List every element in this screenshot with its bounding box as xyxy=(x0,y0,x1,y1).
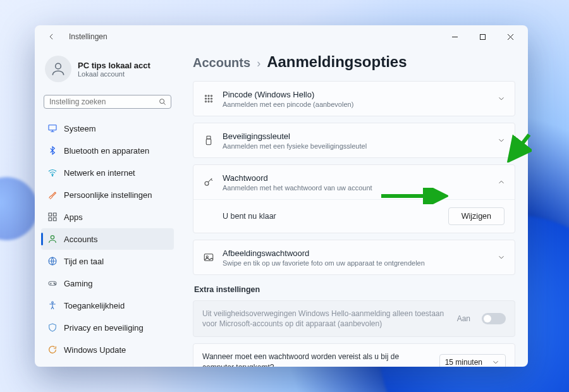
option-pin[interactable]: Pincode (Windows Hello) Aanmelden met ee… xyxy=(193,81,515,116)
picture-icon xyxy=(202,251,215,264)
sidebar-nav: Systeem Bluetooth en apparaten Netwerk e… xyxy=(41,118,174,360)
option-password: Wachtwoord Aanmelden met het wachtwoord … xyxy=(193,164,515,233)
toggle-state-label: Aan xyxy=(457,314,470,323)
brush-icon xyxy=(47,190,58,200)
user-card[interactable]: PC tips lokaal acct Lokaal account xyxy=(41,52,174,91)
sidebar-item-label: Netwerk en internet xyxy=(64,168,135,178)
option-sub: Aanmelden met een fysieke beveiligingssl… xyxy=(223,142,489,150)
user-name: PC tips lokaal acct xyxy=(78,61,150,70)
option-title: Afbeeldingswachtwoord xyxy=(223,248,489,258)
accessibility-icon xyxy=(47,300,58,310)
sidebar-item-label: Bluetooth en apparaten xyxy=(64,146,149,156)
apps-icon xyxy=(47,212,58,222)
search-icon xyxy=(158,97,167,106)
setting-hello-only: Uit veiligheidsoverwegingen Windows Hell… xyxy=(193,300,515,337)
sidebar-item-label: Tijd en taal xyxy=(64,257,104,266)
sidebar-item-time-language[interactable]: Tijd en taal xyxy=(41,250,174,272)
main-content: Accounts › Aanmeldingsopties Pincode (Wi… xyxy=(180,48,528,367)
hello-only-toggle[interactable] xyxy=(482,313,506,324)
require-signin-select[interactable]: 15 minuten xyxy=(439,354,506,367)
settings-window: Instellingen PC tips lokaal acct Lokaal … xyxy=(35,25,528,367)
change-password-button[interactable]: Wijzigen xyxy=(448,207,505,225)
svg-point-22 xyxy=(208,101,209,102)
svg-point-14 xyxy=(52,302,54,303)
svg-point-4 xyxy=(52,175,52,176)
svg-point-26 xyxy=(205,181,209,185)
option-security-key[interactable]: Beveiligingssleutel Aanmelden met een fy… xyxy=(193,123,515,158)
wifi-icon xyxy=(47,168,58,178)
page-title: Aanmeldingsopties xyxy=(267,53,407,71)
svg-point-13 xyxy=(54,284,55,285)
svg-rect-5 xyxy=(49,213,52,216)
svg-point-2 xyxy=(160,99,164,104)
sidebar-item-personalization[interactable]: Persoonlijke instellingen xyxy=(41,184,174,205)
minimize-button[interactable] xyxy=(441,27,468,46)
svg-rect-6 xyxy=(53,213,56,216)
option-sub: Swipe en tik op uw favoriete foto om uw … xyxy=(223,259,489,267)
close-button[interactable] xyxy=(496,27,524,46)
svg-rect-8 xyxy=(53,217,56,221)
user-icon xyxy=(50,61,66,77)
chevron-down-icon xyxy=(497,253,506,262)
chevron-right-icon: › xyxy=(257,57,260,70)
bluetooth-icon xyxy=(47,145,58,156)
sidebar-item-privacy[interactable]: Privacy en beveiliging xyxy=(41,317,174,338)
minimize-icon xyxy=(451,34,458,40)
sidebar-item-network[interactable]: Netwerk en internet xyxy=(41,162,174,183)
svg-point-20 xyxy=(211,98,212,99)
close-icon xyxy=(507,34,514,40)
sidebar-item-label: Privacy en beveiliging xyxy=(64,323,144,333)
option-password-header[interactable]: Wachtwoord Aanmelden met het wachtwoord … xyxy=(193,165,515,199)
option-sub: Aanmelden met een pincode (aanbevolen) xyxy=(223,101,489,108)
sidebar-item-gaming[interactable]: Gaming xyxy=(41,273,174,294)
svg-point-9 xyxy=(51,236,54,239)
option-title: Pincode (Windows Hello) xyxy=(223,90,489,99)
gamepad-icon xyxy=(47,278,58,288)
titlebar: Instellingen xyxy=(35,25,528,48)
back-button[interactable] xyxy=(44,28,60,45)
option-sub: Aanmelden met het wachtwoord van uw acco… xyxy=(223,184,489,192)
sidebar-item-label: Windows Update xyxy=(64,345,126,355)
update-icon xyxy=(47,345,58,355)
breadcrumb-parent[interactable]: Accounts xyxy=(193,56,250,70)
sidebar-item-label: Toegankelijkheid xyxy=(64,301,125,310)
sidebar-item-label: Gaming xyxy=(64,279,93,288)
svg-rect-24 xyxy=(207,136,211,139)
sidebar-item-accessibility[interactable]: Toegankelijkheid xyxy=(41,295,174,316)
search-input-wrap[interactable] xyxy=(44,95,171,109)
user-sub: Lokaal account xyxy=(78,70,150,78)
chevron-down-icon xyxy=(497,136,506,145)
sidebar-item-label: Apps xyxy=(64,212,83,222)
window-title: Instellingen xyxy=(69,32,107,41)
extra-settings-heading: Extra instellingen xyxy=(194,285,515,294)
svg-point-19 xyxy=(208,98,209,99)
sidebar-item-label: Accounts xyxy=(64,235,97,244)
maximize-icon xyxy=(479,34,486,40)
maximize-button[interactable] xyxy=(468,27,496,46)
person-icon xyxy=(47,234,58,244)
sidebar-item-bluetooth[interactable]: Bluetooth en apparaten xyxy=(41,140,174,161)
sidebar-item-accounts[interactable]: Accounts xyxy=(41,228,174,250)
breadcrumb: Accounts › Aanmeldingsopties xyxy=(193,53,515,71)
svg-rect-7 xyxy=(49,217,52,221)
svg-point-1 xyxy=(56,63,61,69)
sidebar-item-windows-update[interactable]: Windows Update xyxy=(41,339,174,360)
sidebar-item-system[interactable]: Systeem xyxy=(41,118,174,139)
globe-icon xyxy=(47,256,58,266)
svg-point-15 xyxy=(205,95,206,96)
svg-point-23 xyxy=(211,101,212,102)
svg-point-18 xyxy=(205,98,206,99)
setting-text: Wanneer moet een wachtwoord worden verei… xyxy=(202,352,431,367)
svg-point-17 xyxy=(211,95,212,96)
sidebar-item-apps[interactable]: Apps xyxy=(41,206,174,228)
search-input[interactable] xyxy=(49,97,158,106)
chevron-down-icon xyxy=(491,358,500,367)
svg-rect-3 xyxy=(49,125,56,130)
sidebar-item-label: Persoonlijke instellingen xyxy=(64,190,152,200)
option-title: Beveiligingssleutel xyxy=(223,132,489,141)
sidebar-item-label: Systeem xyxy=(64,124,96,133)
svg-rect-0 xyxy=(480,34,485,39)
avatar xyxy=(45,56,71,82)
setting-require-signin: Wanneer moet een wachtwoord worden verei… xyxy=(193,343,515,367)
option-picture-password[interactable]: Afbeeldingswachtwoord Swipe en tik op uw… xyxy=(193,240,515,275)
